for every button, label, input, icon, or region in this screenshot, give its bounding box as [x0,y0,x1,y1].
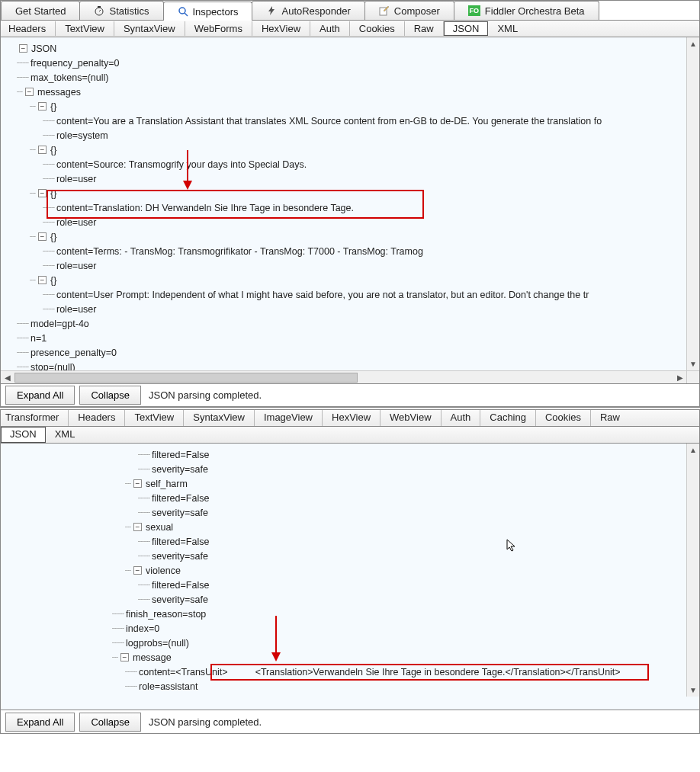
tree-leaf: filtered=False [150,493,210,504]
resp-tab-auth[interactable]: Auth [442,410,481,426]
resp-tab-textview[interactable]: TextView [125,410,184,426]
scroll-right-icon[interactable]: ▶ [673,373,686,382]
tree-leaf: role=user [55,304,98,315]
response-panel: Transformer Headers TextView SyntaxView … [0,409,700,734]
main-toolbar: Get Started Statistics Inspectors AutoRe… [1,1,699,21]
scroll-left-icon[interactable]: ◀ [1,373,14,382]
req-tab-auth[interactable]: Auth [310,21,350,36]
scrollbar-thumb[interactable] [14,373,358,383]
tab-get-started[interactable]: Get Started [1,1,80,20]
fo-badge-icon: FO [468,5,480,16]
tree-leaf: logprobs=(null) [124,638,191,649]
resp-tab-hexview[interactable]: HexView [323,410,381,426]
tab-label: AutoResponder [281,5,350,17]
tree-leaf: filtered=False [150,580,210,591]
magnifier-icon [178,6,188,17]
tree-object: {} [49,188,58,199]
tree-leaf: finish_reason=stop [124,609,207,620]
vertical-scrollbar[interactable]: ▲ ▼ [686,37,699,370]
tree-leaf: severity=safe [150,551,210,562]
tab-fiddler-orchestra[interactable]: FO Fiddler Orchestra Beta [454,1,599,20]
request-panel: Get Started Statistics Inspectors AutoRe… [0,0,700,408]
collapse-icon[interactable]: − [120,653,129,661]
tab-composer[interactable]: Composer [364,1,454,20]
request-view-tabs: Headers TextView SyntaxView WebForms Hex… [1,21,699,37]
tree-node: message [131,652,173,663]
response-json-tree[interactable]: ┈┈filtered=False┈┈severity=safe┈−self_ha… [1,444,699,710]
tab-label: Inspectors [193,6,239,18]
req-tab-cookies[interactable]: Cookies [350,21,405,36]
collapse-icon[interactable]: − [133,566,142,575]
stopwatch-icon [94,5,104,16]
req-tab-raw[interactable]: Raw [405,21,444,36]
tree-leaf: severity=safe [150,508,210,518]
horizontal-scrollbar[interactable]: ◀ ▶ [1,370,686,383]
svg-rect-2 [98,6,101,8]
resp-tab-json[interactable]: JSON [1,427,46,443]
resp-tab-xml[interactable]: XML [46,427,85,443]
svg-point-3 [179,8,185,14]
req-tab-syntaxview[interactable]: SyntaxView [114,21,185,36]
response-view-tabs-1: Transformer Headers TextView SyntaxView … [1,410,699,427]
request-json-tree[interactable]: −JSON ┈┈frequency_penalty=0 ┈┈max_tokens… [1,37,699,384]
parse-status: JSON parsing completed. [149,716,262,728]
tree-leaf: severity=safe [150,594,210,605]
tree-root: JSON [30,43,58,54]
collapse-icon[interactable]: − [38,189,47,197]
scroll-down-icon[interactable]: ▼ [687,357,699,370]
collapse-icon[interactable]: − [133,479,142,488]
req-tab-json[interactable]: JSON [444,21,489,36]
tree-object: {} [49,145,58,155]
collapse-button[interactable]: Collapse [79,386,141,405]
resp-tab-imageview[interactable]: ImageView [255,410,323,426]
tree-leaf: frequency_penalty=0 [29,58,120,69]
resp-tab-headers[interactable]: Headers [69,410,125,426]
expand-all-button[interactable]: Expand All [5,713,75,732]
tab-autoresponder[interactable]: AutoResponder [252,1,364,20]
expand-all-button[interactable]: Expand All [5,386,75,405]
req-tab-hexview[interactable]: HexView [252,21,310,36]
scroll-up-icon[interactable]: ▲ [687,444,699,456]
tree-leaf: role=system [55,130,110,141]
resp-tab-webview[interactable]: WebView [381,410,441,426]
collapse-icon[interactable]: − [38,102,47,111]
resp-tab-caching[interactable]: Caching [480,410,536,426]
collapse-icon[interactable]: − [133,523,142,531]
collapse-button[interactable]: Collapse [79,713,141,732]
tree-node: sexual [144,522,175,533]
tree-leaf: role=user [55,261,98,271]
tree-leaf: filtered=False [150,537,210,547]
vertical-scrollbar[interactable]: ▲ ▼ [686,444,699,697]
scrollbar-corner [686,370,699,383]
tree-object: {} [49,275,58,286]
tab-inspectors[interactable]: Inspectors [163,2,253,21]
req-tab-headers[interactable]: Headers [4,21,56,36]
collapse-icon[interactable]: − [38,146,47,154]
tree-object: {} [49,232,58,242]
tab-statistics[interactable]: Statistics [79,1,163,20]
tree-leaf: content=You are a Translation Assistant … [55,116,603,127]
tab-label: Get Started [15,5,66,17]
collapse-icon[interactable]: − [38,232,47,241]
resp-tab-cookies[interactable]: Cookies [536,410,591,426]
collapse-icon[interactable]: − [25,88,34,96]
tree-leaf: presence_penalty=0 [29,348,118,358]
req-tab-xml[interactable]: XML [488,21,527,36]
collapse-icon[interactable]: − [19,44,27,53]
request-button-bar: Expand All Collapse JSON parsing complet… [1,384,699,407]
tree-leaf: role=assistant [137,681,199,692]
scroll-up-icon[interactable]: ▲ [687,37,699,50]
tree-node: violence [144,565,182,576]
req-tab-webforms[interactable]: WebForms [185,21,252,36]
req-tab-textview[interactable]: TextView [56,21,114,36]
resp-tab-transformer[interactable]: Transformer [1,410,69,426]
pencil-note-icon [379,5,390,16]
response-view-tabs-2: JSON XML [1,427,699,444]
tree-leaf: role=user [55,174,98,184]
tree-node: messages [36,87,82,98]
resp-tab-raw[interactable]: Raw [591,410,629,426]
response-button-bar: Expand All Collapse JSON parsing complet… [1,710,699,733]
scroll-down-icon[interactable]: ▼ [687,684,699,697]
resp-tab-syntaxview[interactable]: SyntaxView [184,410,255,426]
collapse-icon[interactable]: − [38,276,47,284]
